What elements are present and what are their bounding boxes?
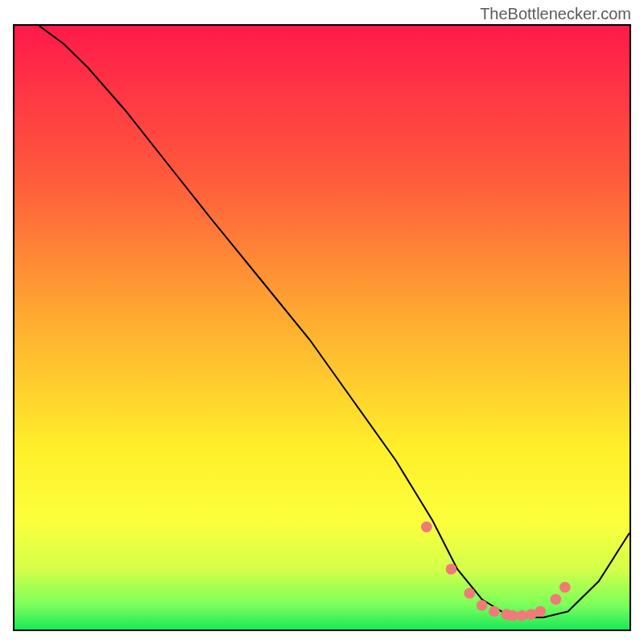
marker-dot bbox=[446, 564, 457, 575]
bottleneck-curve bbox=[39, 26, 630, 617]
watermark-text: TheBottlenecker.com bbox=[480, 5, 631, 23]
chart-container: TheBottlenecker.com bbox=[0, 0, 644, 644]
highlight-dots bbox=[421, 522, 571, 621]
marker-dot bbox=[550, 594, 561, 605]
marker-dot bbox=[421, 522, 432, 533]
curve-layer bbox=[14, 26, 630, 630]
marker-dot bbox=[477, 600, 488, 611]
plot-area bbox=[13, 24, 631, 631]
marker-dot bbox=[464, 588, 475, 599]
marker-dot bbox=[535, 606, 546, 617]
marker-dot bbox=[489, 606, 500, 617]
marker-dot bbox=[559, 582, 571, 593]
